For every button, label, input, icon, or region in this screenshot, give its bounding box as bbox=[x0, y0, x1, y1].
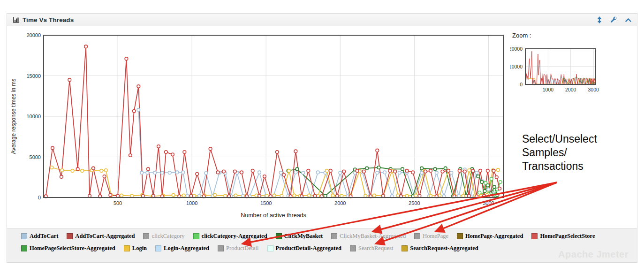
y-tick-label: 20000 bbox=[26, 32, 41, 38]
x-tick-label: 2000 bbox=[565, 87, 576, 92]
data-point-Login bbox=[396, 194, 400, 197]
apache-jmeter-watermark: Apache Jmeter bbox=[558, 249, 629, 260]
data-point-AddToCart-Aggregated bbox=[388, 169, 392, 173]
data-point-AddToCart-Aggregated bbox=[441, 170, 444, 173]
legend-label: HomePageSelectStore bbox=[540, 233, 595, 240]
data-point-AddToCart-Aggregated bbox=[234, 170, 237, 173]
annotation-line: Select/Unselect bbox=[522, 132, 597, 146]
data-point-Login bbox=[81, 169, 84, 173]
x-tick-label: 1000 bbox=[186, 200, 197, 206]
data-point-AddToCart bbox=[205, 172, 208, 175]
page: Time Vs Threads bbox=[0, 0, 644, 266]
legend-row-1: AddToCartAddToCart-AggregatedclickCatego… bbox=[21, 232, 595, 240]
legend-item[interactable]: clickCategory-Aggregated bbox=[193, 233, 267, 240]
data-point-AddToCart-Aggregated bbox=[129, 154, 132, 157]
data-point-AddToCart-Aggregated bbox=[196, 173, 199, 176]
data-point-Login bbox=[213, 194, 217, 197]
resize-vertical-icon[interactable] bbox=[597, 16, 602, 23]
data-point-AddToCart-Aggregated bbox=[405, 169, 409, 173]
legend-item[interactable]: ClickMyBasket-Aggregated bbox=[331, 233, 406, 240]
main-chart[interactable]: 0500010000150002000050010001500200025003… bbox=[9, 28, 518, 223]
legend-item[interactable]: Login bbox=[124, 245, 147, 252]
data-point-Login bbox=[234, 194, 237, 197]
data-point-clickCategory-Aggregated bbox=[490, 177, 493, 181]
data-point-AddToCart-Aggregated bbox=[495, 176, 499, 179]
data-point-AddToCart-Aggregated bbox=[147, 167, 150, 171]
data-point-AddToCart bbox=[168, 171, 171, 175]
data-point-AddToCart-Aggregated bbox=[356, 169, 359, 173]
data-point-AddToCart-Aggregated bbox=[467, 194, 470, 198]
legend-label: SearchRequest bbox=[358, 245, 393, 252]
legend-label: HomePageSelectStore-Aggregated bbox=[30, 245, 115, 252]
legend-item[interactable]: Login-Aggregated bbox=[155, 245, 209, 252]
legend-item[interactable]: HomePage-Aggregated bbox=[457, 233, 523, 240]
legend-label: HomePage bbox=[423, 233, 448, 240]
data-point-AddToCart-Aggregated bbox=[189, 194, 193, 198]
legend-footer: AddToCartAddToCart-AggregatedclickCatego… bbox=[7, 228, 637, 262]
data-point-AddToCart-Aggregated bbox=[216, 171, 220, 174]
legend-label: ClickMyBasket bbox=[284, 233, 323, 240]
legend-row-2: HomePageSelectStore-AggregatedLoginLogin… bbox=[21, 244, 478, 252]
data-point-AddToCart-Aggregated bbox=[152, 194, 155, 198]
legend-swatch bbox=[276, 233, 282, 239]
data-point-AddToCart-Aggregated bbox=[382, 194, 385, 198]
data-point-Login bbox=[255, 194, 258, 197]
collapse-chevron-up-icon[interactable] bbox=[625, 18, 631, 22]
data-point-Login bbox=[50, 166, 53, 169]
legend-swatch bbox=[21, 233, 27, 239]
data-point-AddToCart bbox=[198, 194, 201, 198]
legend-swatch bbox=[143, 233, 149, 239]
data-point-AddToCart bbox=[457, 194, 461, 198]
data-point-AddToCart-Aggregated bbox=[458, 169, 461, 173]
legend-item[interactable]: HomePageSelectStore-Aggregated bbox=[21, 245, 115, 252]
legend-item[interactable]: AddToCart-Aggregated bbox=[67, 233, 135, 240]
data-point-AddToCart bbox=[398, 171, 401, 175]
data-point-AddToCart-Aggregated bbox=[294, 150, 297, 153]
data-point-AddToCart bbox=[280, 171, 283, 175]
data-point-Login bbox=[71, 169, 74, 173]
zoom-preview-chart[interactable]: 01000020000100020003000 bbox=[510, 45, 611, 98]
wrench-icon[interactable] bbox=[610, 16, 617, 23]
legend-swatch bbox=[155, 245, 161, 251]
legend-item[interactable]: SearchRequest bbox=[350, 245, 393, 252]
data-point-AddToCart-Aggregated bbox=[376, 149, 379, 152]
legend-item[interactable]: ProductDetail bbox=[218, 245, 258, 252]
legend-item[interactable]: SearchRequest-Aggregated bbox=[402, 245, 478, 252]
legend-item[interactable]: clickCategory bbox=[143, 233, 184, 240]
legend-item[interactable]: HomePage bbox=[414, 233, 448, 240]
data-point-AddToCart-Aggregated bbox=[498, 187, 501, 190]
data-point-AddToCart-Aggregated bbox=[60, 175, 63, 179]
x-tick-label: 2000 bbox=[334, 200, 346, 206]
data-point-Login bbox=[130, 194, 134, 198]
data-point-AddToCart-Aggregated bbox=[363, 170, 366, 173]
data-point-Login bbox=[224, 194, 227, 198]
data-point-Login bbox=[405, 194, 409, 198]
legend-item[interactable]: HomePageSelectStore bbox=[531, 233, 595, 240]
legend-item[interactable]: ProductDetail-Aggregated bbox=[267, 245, 341, 252]
legend-item[interactable]: AddToCart bbox=[21, 233, 58, 240]
data-point-AddToCart-Aggregated bbox=[471, 169, 475, 173]
legend-label: SearchRequest-Aggregated bbox=[410, 245, 478, 252]
data-point-AddToCart bbox=[175, 171, 179, 174]
data-point-AddToCart bbox=[146, 171, 149, 175]
data-point-Login bbox=[120, 194, 123, 197]
data-point-Login bbox=[172, 194, 175, 197]
data-point-Login bbox=[326, 169, 329, 173]
data-point-AddToCart bbox=[258, 171, 261, 174]
data-point-clickCategory-Aggregated bbox=[493, 194, 496, 197]
data-point-ClickMyBasket bbox=[401, 167, 404, 171]
legend-label: AddToCart bbox=[30, 233, 58, 240]
data-point-AddToCart bbox=[137, 108, 140, 112]
x-axis-title: Number of active threads bbox=[241, 212, 306, 219]
data-point-ClickMyBasket bbox=[444, 167, 447, 170]
data-point-AddToCart-Aggregated bbox=[84, 45, 88, 48]
data-point-AddToCart bbox=[302, 171, 305, 175]
legend-item[interactable]: ClickMyBasket bbox=[276, 233, 323, 240]
data-point-AddToCart bbox=[161, 171, 164, 175]
legend-label: HomePage-Aggregated bbox=[465, 233, 523, 240]
data-point-AddToCart-Aggregated bbox=[125, 57, 128, 61]
data-point-AddToCart-Aggregated bbox=[394, 170, 397, 173]
data-point-AddToCart bbox=[383, 171, 386, 174]
data-point-Login bbox=[61, 169, 64, 172]
legend-swatch bbox=[402, 245, 408, 251]
